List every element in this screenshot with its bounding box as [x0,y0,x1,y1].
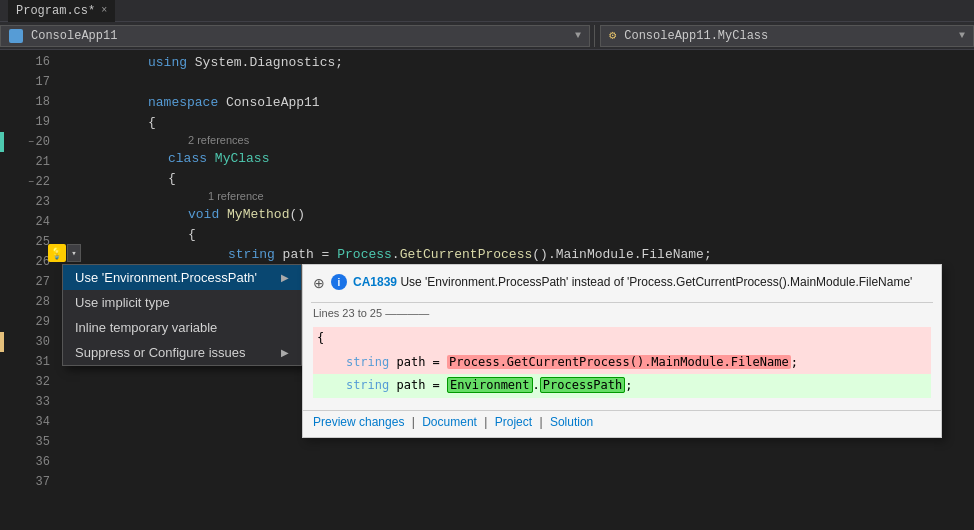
gutter-23: 23 [0,192,60,212]
nav-icon: ⚙ [609,28,616,43]
nav-path: ConsoleApp11.MyClass [624,29,768,43]
collapse-icon-20[interactable]: − [28,137,34,148]
gutter-36: 36 [0,452,60,472]
gutter-16: 16 [0,52,60,72]
rule-id: CA1839 [353,275,397,289]
new-highlight-path: ProcessPath [540,377,625,393]
code-line-22: void MyMethod() [68,204,974,224]
code-line-24: string path = Process.GetCurrentProcess(… [68,244,974,264]
gutter-18: 18 [0,92,60,112]
green-change-bar [0,132,4,152]
tooltip-lines-label: Lines 23 to 25 ———— [303,303,941,323]
code-line-20: class MyClass [68,148,974,168]
collapse-icon-22[interactable]: − [28,177,34,188]
old-highlight: Process.GetCurrentProcess().MainModule.F… [447,355,791,369]
keyword-using: using [148,55,187,70]
code-preview: { string path = Process.GetCurrentProces… [303,323,941,406]
gutter-22: 22 − [0,172,60,192]
code-line-21: { [68,168,974,188]
gutter-31: 31 [0,352,60,372]
tooltip-header: ⊕ i CA1839 Use 'Environment.ProcessPath'… [303,265,941,302]
document-link[interactable]: Document [422,415,477,429]
editor: 16 17 18 19 20 − 21 22 − 23 24 25 26 27 … [0,50,974,530]
info-icon: i [331,274,347,290]
tooltip-panel: ⊕ i CA1839 Use 'Environment.ProcessPath'… [302,264,942,438]
refcount-22: 1 reference [68,188,974,204]
gutter-35: 35 [0,432,60,452]
code-line-16: using System.Diagnostics; [68,52,974,72]
code-old-line: { [313,327,931,351]
gutter-37: 37 [0,472,60,492]
code-line-23: { [68,224,974,244]
new-highlight-env: Environment [447,377,532,393]
dropdown-arrow: ▼ [575,30,581,41]
gutter-29: 29 [0,312,60,332]
tooltip-footer: Preview changes | Document | Project | S… [303,410,941,437]
gutter-28: 28 [0,292,60,312]
gutter-30: 30 [0,332,60,352]
yellow-indicator [0,332,4,352]
nav-dropdown[interactable]: ⚙ ConsoleApp11.MyClass ▼ [600,25,974,47]
code-line-36 [68,484,974,504]
code-line-35 [68,464,974,484]
nav-arrow: ▼ [959,30,965,41]
gutter-24: 24 [0,212,60,232]
menu-item-suppress[interactable]: Suppress or Configure issues ▶ [63,340,301,365]
submenu-arrow-0: ▶ [281,272,289,283]
context-menu: Use 'Environment.ProcessPath' ▶ Use impl… [62,264,302,366]
expand-icon[interactable]: ⊕ [313,273,325,294]
toolbar-separator [594,25,596,47]
code-line-34 [68,444,974,464]
submenu-arrow-3: ▶ [281,347,289,358]
solution-link[interactable]: Solution [550,415,593,429]
gutter-19: 19 [0,112,60,132]
code-line-19: { [68,112,974,132]
file-dropdown[interactable]: ConsoleApp11 ▼ [0,25,590,47]
file-tab[interactable]: Program.cs* × [8,0,115,22]
gutter-33: 33 [0,392,60,412]
code-new-line: string path = Environment.ProcessPath; [313,374,931,398]
close-icon[interactable]: × [101,5,107,16]
preview-changes-link[interactable]: Preview changes [313,415,404,429]
gutter-27: 27 [0,272,60,292]
menu-item-implicit-type[interactable]: Use implicit type [63,290,301,315]
code-old-line-2: string path = Process.GetCurrentProcess(… [313,351,931,375]
gutter-34: 34 [0,412,60,432]
lightbulb-dropdown[interactable]: ▾ [67,244,81,262]
project-link[interactable]: Project [495,415,532,429]
gutter-32: 32 [0,372,60,392]
gutter-17: 17 [0,72,60,92]
code-line-17 [68,72,974,92]
code-line-22-wrapper: 1 reference void MyMethod() [68,188,974,224]
code-line-18: namespace ConsoleApp11 [68,92,974,112]
toolbar: ConsoleApp11 ▼ ⚙ ConsoleApp11.MyClass ▼ [0,22,974,50]
menu-item-use-env[interactable]: Use 'Environment.ProcessPath' ▶ [63,265,301,290]
line-numbers: 16 17 18 19 20 − 21 22 − 23 24 25 26 27 … [0,50,60,530]
refcount-20: 2 references [68,132,974,148]
csharp-icon [9,29,23,43]
tooltip-message: Use 'Environment.ProcessPath' instead of… [400,275,912,289]
gutter-21: 21 [0,152,60,172]
lightbulb-button[interactable]: 💡 [48,244,66,262]
gutter-20: 20 − [0,132,60,152]
title-bar: Program.cs* × [0,0,974,22]
code-line-20-wrapper: 2 references class MyClass [68,132,974,168]
tab-label: Program.cs* [16,4,95,18]
file-path: ConsoleApp11 [31,29,117,43]
menu-item-inline-var[interactable]: Inline temporary variable [63,315,301,340]
